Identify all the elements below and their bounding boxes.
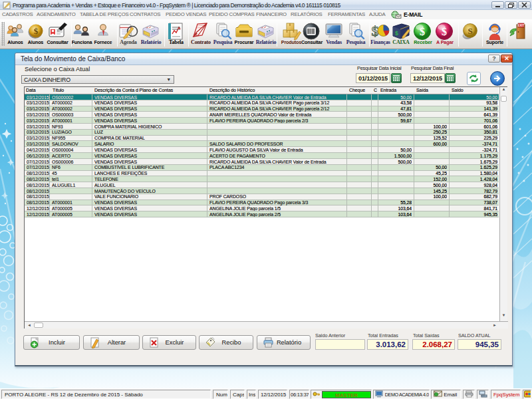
svg-text:S: S [467, 26, 472, 36]
svg-text:$: $ [442, 26, 447, 37]
svg-text:$: $ [395, 30, 398, 37]
svg-text:$: $ [33, 26, 38, 36]
svg-text:$: $ [420, 26, 425, 37]
svg-text:EXIT: EXIT [517, 24, 524, 27]
